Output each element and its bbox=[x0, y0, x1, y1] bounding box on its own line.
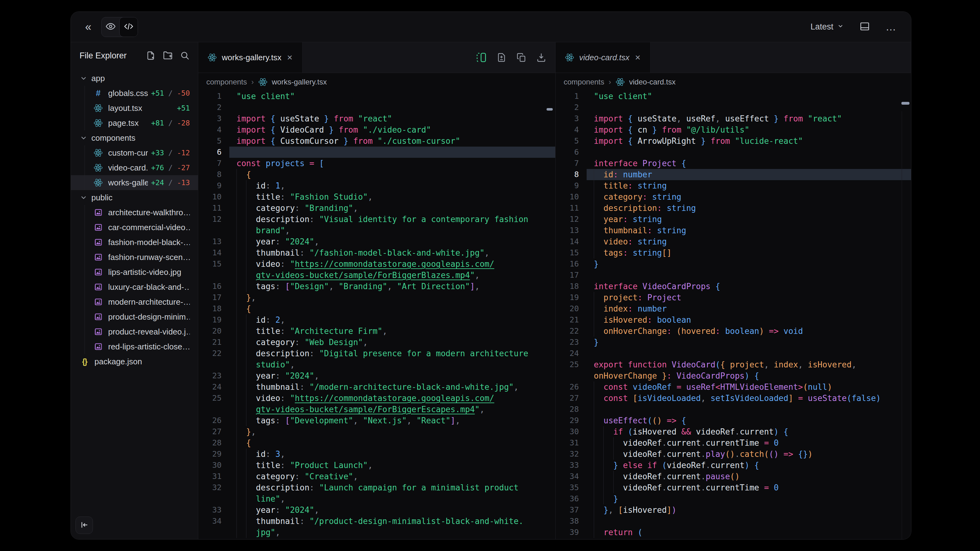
preview-toggle-segment[interactable] bbox=[102, 17, 119, 37]
code-line[interactable]: 30 title: "Product Launch", bbox=[198, 460, 555, 471]
code-line[interactable]: 20 title: "Architecture Firm", bbox=[198, 326, 555, 337]
code-line[interactable]: 26 const videoRef = useRef<HTMLVideoElem… bbox=[555, 381, 911, 392]
tree-file-red-lips-artistic-close-[interactable]: red-lips-artistic-close… bbox=[71, 339, 198, 354]
code-line[interactable]: 7interface Project { bbox=[555, 158, 911, 169]
tree-folder-components[interactable]: components bbox=[71, 130, 198, 145]
tree-file-architecture-walkthro-[interactable]: architecture-walkthro… bbox=[71, 205, 198, 220]
code-line[interactable]: 38 bbox=[555, 516, 911, 527]
file-diff-button[interactable] bbox=[496, 52, 507, 63]
code-editor-video-card[interactable]: 1"use client"23import { useState, useRef… bbox=[555, 91, 911, 540]
code-line[interactable]: 18interface VideoCardProps { bbox=[555, 281, 911, 292]
code-line[interactable]: 18 { bbox=[198, 303, 555, 314]
code-line[interactable]: 29 id: 3, bbox=[198, 448, 555, 460]
code-line[interactable]: 6 bbox=[198, 147, 555, 158]
tree-file-fashion-model-black-[interactable]: fashion-model-black-… bbox=[71, 235, 198, 250]
tree-file-product-design-minim-[interactable]: product-design-minim… bbox=[71, 310, 198, 324]
code-line[interactable]: 37 }, [isHovered]) bbox=[555, 504, 911, 516]
collapse-sidebar-button[interactable] bbox=[75, 516, 93, 534]
code-line[interactable]: 31 videoRef.current.currentTime = 0 bbox=[555, 437, 911, 448]
breadcrumb-file[interactable]: video-card.tsx bbox=[629, 78, 676, 86]
code-line[interactable]: 27 const [isVideoLoaded, setIsVideoLoade… bbox=[555, 392, 911, 404]
tree-file-custom-curs-[interactable]: custom-curs…+33 / -12 bbox=[71, 145, 198, 160]
tree-file-lips-artistic-video.jpg[interactable]: lips-artistic-video.jpg bbox=[71, 265, 198, 279]
code-line[interactable]: 24 thumbnail: "/modern-architecture-blac… bbox=[198, 381, 555, 392]
tab-close-icon[interactable]: × bbox=[286, 53, 293, 62]
tree-file-works-galler-[interactable]: works-galler…+24 / -13 bbox=[71, 175, 198, 190]
code-line[interactable]: 29 useEffect(() => { bbox=[555, 415, 911, 426]
tree-file-video-card.tsx[interactable]: video-card.tsx+76 / -27 bbox=[71, 160, 198, 175]
code-line[interactable]: 11 category: "Branding", bbox=[198, 203, 555, 214]
tree-folder-public[interactable]: public bbox=[71, 190, 198, 205]
tab-video-card[interactable]: video-card.tsx × bbox=[555, 42, 651, 73]
code-line[interactable]: 19 id: 2, bbox=[198, 314, 555, 326]
panel-layout-button[interactable] bbox=[859, 21, 870, 33]
code-line[interactable]: 4import { cn } from "@/lib/utils" bbox=[555, 124, 911, 135]
tree-file-page.tsx[interactable]: page.tsx+81 / -28 bbox=[71, 116, 198, 130]
collapse-panel-icon[interactable]: « bbox=[83, 21, 93, 33]
more-options-button[interactable]: … bbox=[884, 21, 899, 33]
breadcrumb-folder[interactable]: components bbox=[206, 78, 247, 86]
code-editor-works-gallery[interactable]: 1"use client"23import { useState } from … bbox=[198, 91, 555, 540]
tree-file-luxury-car-black-and-[interactable]: luxury-car-black-and-… bbox=[71, 279, 198, 294]
code-line[interactable]: 39 return ( bbox=[555, 527, 911, 538]
code-line[interactable]: 2 bbox=[555, 102, 911, 113]
code-line[interactable]: 10 category: string bbox=[555, 191, 911, 203]
code-line[interactable]: 10 title: "Fashion Studio", bbox=[198, 191, 555, 203]
tree-file-package.json[interactable]: {}package.json bbox=[71, 354, 198, 369]
code-line[interactable]: 16} bbox=[555, 259, 911, 270]
code-line[interactable]: 25export function VideoCard({ project, i… bbox=[555, 359, 911, 370]
code-line[interactable]: 22 onHoverChange: (hovered: boolean) => … bbox=[555, 326, 911, 337]
code-line[interactable]: 12 description: "Visual identity for a c… bbox=[198, 214, 555, 225]
tree-folder-app[interactable]: app bbox=[71, 71, 198, 86]
code-line[interactable]: 19 project: Project bbox=[555, 292, 911, 303]
code-line[interactable]: 23 year: "2024", bbox=[198, 370, 555, 381]
version-selector[interactable]: Latest bbox=[808, 22, 846, 32]
code-line[interactable]: 26 tags: ["Development", "Next.js", "Rea… bbox=[198, 415, 555, 426]
code-line[interactable]: 5import { ArrowUpRight } from "lucide-re… bbox=[555, 135, 911, 147]
code-line[interactable]: 3import { useState, useRef, useEffect } … bbox=[555, 113, 911, 124]
code-line[interactable]: 35 videoRef.current.currentTime = 0 bbox=[555, 482, 911, 493]
tree-file-product-reveal-video.j-[interactable]: product-reveal-video.j… bbox=[71, 324, 198, 339]
code-line[interactable]: 4import { VideoCard } from "./video-card… bbox=[198, 124, 555, 135]
split-editor-button[interactable] bbox=[476, 52, 487, 63]
scrollbar-thumb[interactable] bbox=[547, 108, 553, 111]
code-line[interactable]: 32 description: "Launch campaign for a m… bbox=[198, 482, 555, 493]
code-line[interactable]: 21 isHovered: boolean bbox=[555, 314, 911, 326]
scrollbar-thumb[interactable] bbox=[901, 102, 910, 105]
code-line[interactable]: 2 bbox=[198, 102, 555, 113]
code-line[interactable]: 28 { bbox=[198, 437, 555, 448]
code-line[interactable]: onHoverChange }: VideoCardProps) { bbox=[555, 370, 911, 381]
code-line[interactable]: gtv-videos-bucket/sample/ForBiggerBlazes… bbox=[198, 270, 555, 281]
code-line[interactable]: 17 bbox=[555, 270, 911, 281]
code-line[interactable]: 5import { CustomCursor } from "./custom-… bbox=[198, 135, 555, 147]
tab-close-icon[interactable]: × bbox=[635, 53, 641, 62]
code-line[interactable]: 15 video: "https://commondatastorage.goo… bbox=[198, 259, 555, 270]
download-icon[interactable] bbox=[536, 52, 547, 63]
breadcrumb-file[interactable]: works-gallery.tsx bbox=[272, 78, 327, 86]
code-line[interactable]: 36 } bbox=[555, 493, 911, 504]
code-line[interactable]: 7const projects = [ bbox=[198, 158, 555, 169]
tree-file-fashion-runway-scen-[interactable]: fashion-runway-scen… bbox=[71, 250, 198, 265]
code-line[interactable]: 15 tags: string[] bbox=[555, 247, 911, 259]
code-line[interactable]: 27 }, bbox=[198, 426, 555, 437]
code-line[interactable]: brand", bbox=[198, 225, 555, 236]
code-line[interactable]: line", bbox=[198, 493, 555, 504]
code-line[interactable]: 28 bbox=[555, 404, 911, 415]
code-line[interactable]: 14 video: string bbox=[555, 236, 911, 247]
tree-file-layout.tsx[interactable]: layout.tsx+51 bbox=[71, 101, 198, 116]
code-line[interactable]: 13 thumbnail: string bbox=[555, 225, 911, 236]
code-line[interactable]: 13 year: "2024", bbox=[198, 236, 555, 247]
code-line[interactable]: 25 video: "https://commondatastorage.goo… bbox=[198, 392, 555, 404]
code-line[interactable]: 30 if (isHovered && videoRef.current) { bbox=[555, 426, 911, 437]
code-line[interactable]: 32 videoRef.current.play().catch(() => {… bbox=[555, 448, 911, 460]
code-line[interactable]: 9 id: 1, bbox=[198, 180, 555, 191]
code-line[interactable]: jpg", bbox=[198, 527, 555, 538]
code-line[interactable]: 17 }, bbox=[198, 292, 555, 303]
code-line[interactable]: 16 tags: ["Design", "Branding", "Art Dir… bbox=[198, 281, 555, 292]
code-toggle-segment[interactable] bbox=[119, 17, 138, 37]
code-line[interactable]: 33 year: "2024", bbox=[198, 504, 555, 516]
new-file-button[interactable] bbox=[146, 51, 156, 60]
preview-code-toggle[interactable] bbox=[101, 17, 138, 37]
code-line[interactable]: 21 category: "Web Design", bbox=[198, 337, 555, 348]
tree-file-globals.css[interactable]: #globals.css+51 / -50 bbox=[71, 86, 198, 101]
